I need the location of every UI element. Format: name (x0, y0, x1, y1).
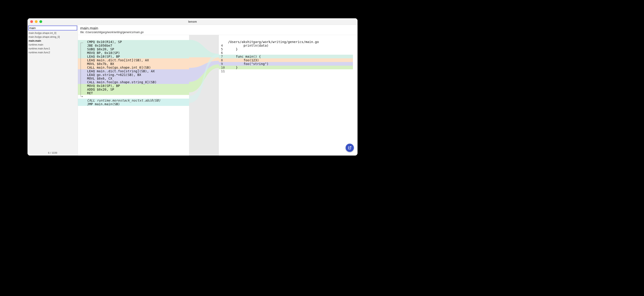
asm-line[interactable]: ADDQ $0x20, SP (78, 88, 189, 91)
window-controls (30, 20, 42, 23)
assembly-column: CMPQ 0x10(R14), SPJBE 0x1056be7SUBQ $0x2… (78, 35, 189, 155)
main-header: main.main file: /Users/akshitgarg/work/w… (78, 25, 358, 35)
source-code: } (228, 47, 353, 51)
sidebar: main.foo[go.shape.int_0]main.foo[go.shap… (28, 25, 78, 155)
symbol-list-item[interactable]: main.foo[go.shape.int_0] (28, 31, 77, 35)
source-code: foo(123) (228, 58, 353, 62)
symbol-list-item[interactable]: runtime.main.func1 (28, 47, 77, 51)
source-line[interactable]: /Users/akshitgarg/work/writing/generics/… (219, 40, 353, 44)
source-code: foo("string") (228, 62, 353, 66)
source-code (228, 51, 353, 55)
source-code: /Users/akshitgarg/work/writing/generics/… (228, 40, 353, 44)
asm-line[interactable]: JBE 0x1056be7 (78, 44, 189, 47)
source-code: func main() { (228, 55, 353, 58)
app-body: main.foo[go.shape.int_0]main.foo[go.shap… (28, 25, 358, 155)
line-number: 5 (219, 47, 228, 51)
line-number: 4 (219, 44, 228, 47)
source-line[interactable]: 4 println(data) (219, 44, 353, 47)
line-number: 7 (219, 55, 228, 58)
app-window: lensm main.foo[go.shape.int_0]main.foo[g… (28, 18, 358, 155)
source-line[interactable]: 7 func main() { (219, 55, 353, 58)
asm-line[interactable]: MOVQ BP, 0x18(SP) (78, 51, 189, 55)
asm-line[interactable]: CMPQ 0x10(R14), SP (78, 40, 189, 44)
asm-line[interactable]: JMP main.main(SB) (78, 102, 189, 106)
line-number: 6 (219, 51, 228, 55)
line-number: 8 (219, 58, 228, 62)
file-path: file: /Users/akshitgarg/work/writing/gen… (80, 31, 355, 34)
search-box[interactable] (28, 26, 77, 30)
asm-line[interactable]: MOVL $0x6, CX (78, 77, 189, 80)
line-number: 9 (219, 62, 228, 66)
main-panel: main.main file: /Users/akshitgarg/work/w… (78, 25, 358, 155)
asm-line[interactable]: LEAQ main..dict.foo[int](SB), AX (78, 58, 189, 62)
flow-ribbons (189, 35, 219, 155)
symbol-list-item[interactable]: runtime.main.func2 (28, 51, 77, 54)
symbol-list-item[interactable]: main.foo[go.shape.string_0] (28, 35, 77, 39)
close-icon[interactable] (30, 20, 33, 23)
code-panes: CMPQ 0x10(R14), SPJBE 0x1056be7SUBQ $0x2… (78, 35, 358, 155)
symbol-count: 6 / 1039 (28, 150, 78, 155)
symbol-list-item[interactable]: runtime.main (28, 43, 77, 47)
source-line[interactable]: 8 foo(123) (219, 58, 353, 62)
open-external-icon (348, 146, 352, 150)
line-number: 10 (219, 66, 228, 69)
source-column: /Users/akshitgarg/work/writing/generics/… (219, 35, 358, 155)
asm-line[interactable]: SUBQ $0x20, SP (78, 47, 189, 51)
source-code: println(data) (228, 44, 353, 47)
asm-line[interactable]: RET (78, 91, 189, 95)
source-line[interactable]: 10 } (219, 66, 353, 69)
asm-line[interactable]: MOVQ 0x18(SP), BP (78, 84, 189, 88)
asm-line[interactable]: CALL runtime.morestack_noctxt.abi0(SB) (78, 99, 189, 102)
function-name: main.main (80, 26, 355, 30)
asm-line[interactable]: MOVL $0x7b, BX (78, 62, 189, 66)
window-title: lensm (28, 20, 358, 23)
source-code (228, 69, 353, 73)
asm-line[interactable]: LEAQ main..dict.foo[string](SB), AX (78, 69, 189, 73)
symbol-list-item[interactable]: main.main (28, 39, 77, 43)
symbol-list: main.foo[go.shape.int_0]main.foo[go.shap… (28, 31, 78, 150)
asm-spacer (78, 95, 189, 99)
open-external-button[interactable] (346, 144, 354, 152)
source-line[interactable]: 9 foo("string") (219, 62, 353, 66)
zoom-icon[interactable] (40, 20, 42, 23)
minimize-icon[interactable] (35, 20, 38, 23)
line-number: 11 (219, 69, 228, 73)
source-line[interactable]: 6 (219, 51, 353, 55)
asm-line[interactable]: LEAQ go.string.*+621(SB), BX (78, 73, 189, 77)
line-number (219, 40, 228, 44)
search-input[interactable] (29, 26, 76, 30)
source-line[interactable]: 11 (219, 69, 353, 73)
asm-line[interactable]: LEAQ 0x18(SP), BP (78, 55, 189, 58)
source-code: } (228, 66, 353, 69)
asm-line[interactable]: CALL main.foo[go.shape.int_0](SB) (78, 66, 189, 69)
asm-line[interactable]: CALL main.foo[go.shape.string_0](SB) (78, 80, 189, 84)
titlebar: lensm (28, 18, 358, 25)
source-line[interactable]: 5 } (219, 47, 353, 51)
